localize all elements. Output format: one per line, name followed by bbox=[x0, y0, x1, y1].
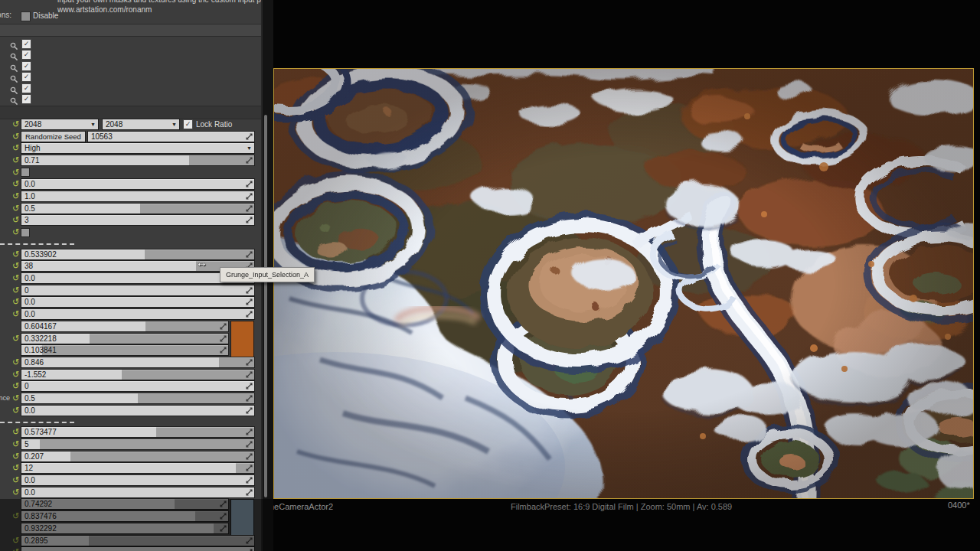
scrollbar-thumb[interactable] bbox=[264, 115, 267, 497]
parameter-slider[interactable]: 0.0 bbox=[21, 308, 255, 320]
disable-checkbox[interactable] bbox=[21, 11, 31, 21]
magnifier-icon-wrap[interactable] bbox=[10, 73, 18, 81]
magnifier-icon[interactable] bbox=[10, 64, 18, 73]
quality-dropdown[interactable]: High▼ bbox=[21, 142, 255, 154]
revert-icon[interactable]: ↺ bbox=[11, 168, 21, 178]
expand-icon[interactable] bbox=[220, 335, 227, 342]
revert-icon[interactable]: ↺ bbox=[11, 297, 21, 307]
parameter-slider[interactable]: 0.0 bbox=[21, 296, 255, 308]
expand-icon[interactable] bbox=[246, 311, 253, 318]
input-visible-checkbox[interactable]: ✓ bbox=[21, 39, 31, 49]
expand-icon[interactable] bbox=[246, 157, 253, 164]
randomize-seed-button[interactable]: Randomize Seed bbox=[21, 131, 86, 142]
parameter-slider[interactable]: 0.573477 bbox=[21, 426, 255, 438]
revert-icon[interactable]: ↺ bbox=[11, 215, 21, 225]
parameter-slider[interactable]: 0.2895 bbox=[21, 535, 255, 546]
revert-icon[interactable]: ↺ bbox=[11, 487, 21, 497]
parameter-slider[interactable] bbox=[21, 546, 255, 551]
expand-icon[interactable] bbox=[220, 525, 227, 532]
revert-icon[interactable]: ↺ bbox=[11, 547, 21, 551]
expand-icon[interactable] bbox=[246, 395, 253, 402]
expand-icon[interactable] bbox=[246, 287, 253, 294]
expand-icon[interactable] bbox=[246, 477, 253, 484]
expand-icon[interactable] bbox=[246, 205, 253, 212]
input-visible-checkbox[interactable]: ✓ bbox=[21, 94, 31, 104]
lock-ratio-checkbox[interactable]: ✓ bbox=[183, 119, 193, 129]
viewport-render[interactable] bbox=[274, 69, 973, 498]
parameter-slider[interactable]: 0.5 bbox=[21, 393, 255, 404]
magnifier-icon-wrap[interactable] bbox=[10, 84, 18, 93]
revert-icon[interactable]: ↺ bbox=[11, 427, 21, 437]
seed-value-field[interactable]: 10563 bbox=[87, 131, 255, 142]
revert-icon[interactable]: ↺ bbox=[11, 119, 21, 129]
input-visible-checkbox[interactable]: ✓ bbox=[21, 72, 31, 82]
parameter-slider[interactable]: 0.71 bbox=[21, 155, 255, 166]
magnifier-icon-wrap[interactable] bbox=[10, 51, 18, 59]
expand-icon[interactable] bbox=[220, 347, 227, 354]
parameter-slider[interactable]: 0.5 bbox=[21, 203, 255, 214]
magnifier-icon-wrap[interactable] bbox=[10, 40, 18, 48]
magnifier-icon-wrap[interactable] bbox=[10, 62, 18, 70]
revert-icon[interactable]: ↺ bbox=[11, 143, 21, 153]
parameter-slider[interactable]: -1.552 bbox=[21, 369, 255, 380]
magnifier-icon[interactable] bbox=[10, 86, 18, 95]
input-visible-checkbox[interactable]: ✓ bbox=[21, 83, 31, 93]
parameter-checkbox[interactable] bbox=[21, 228, 30, 237]
revert-icon[interactable]: ↺ bbox=[11, 381, 21, 391]
category-header-band[interactable] bbox=[0, 24, 261, 37]
magnifier-icon[interactable] bbox=[10, 97, 18, 106]
revert-icon[interactable]: ↺ bbox=[11, 132, 21, 142]
expand-icon[interactable] bbox=[246, 251, 253, 258]
expand-icon[interactable] bbox=[246, 371, 253, 378]
expand-icon[interactable] bbox=[246, 133, 253, 140]
revert-icon[interactable]: ↺ bbox=[11, 393, 21, 403]
magnifier-icon[interactable] bbox=[10, 75, 18, 83]
expand-icon[interactable] bbox=[246, 429, 253, 435]
color-component-slider[interactable]: 0.103841 bbox=[21, 344, 229, 356]
size-dropdown[interactable]: 2048▼ bbox=[102, 119, 180, 130]
magnifier-icon[interactable] bbox=[10, 42, 18, 51]
parameter-slider[interactable]: 0.0 bbox=[21, 178, 255, 190]
revert-icon[interactable]: ↺ bbox=[11, 261, 21, 271]
parameter-slider[interactable]: 5 bbox=[21, 439, 255, 450]
expand-icon[interactable] bbox=[246, 359, 253, 366]
parameter-slider[interactable]: 0 bbox=[21, 285, 255, 296]
expand-icon[interactable] bbox=[246, 193, 253, 200]
revert-icon[interactable]: ↺ bbox=[11, 155, 21, 165]
parameter-slider[interactable]: 0.0 bbox=[21, 474, 255, 486]
expand-icon[interactable] bbox=[246, 465, 253, 471]
expand-icon[interactable] bbox=[220, 323, 227, 330]
expand-icon[interactable] bbox=[246, 537, 253, 544]
revert-icon[interactable]: ↺ bbox=[11, 370, 21, 380]
revert-icon[interactable]: ↺ bbox=[11, 191, 21, 201]
expand-icon[interactable] bbox=[220, 500, 227, 507]
parameter-slider[interactable]: 0.0 bbox=[21, 405, 255, 416]
revert-icon[interactable]: ↺ bbox=[11, 452, 21, 461]
color-component-slider[interactable]: 0.932292 bbox=[21, 523, 229, 534]
revert-icon[interactable]: ↺ bbox=[11, 536, 21, 546]
color-component-slider[interactable]: 0.332218 bbox=[21, 333, 229, 344]
expand-icon[interactable] bbox=[246, 453, 253, 460]
revert-icon[interactable]: ↺ bbox=[11, 334, 21, 344]
color-component-slider[interactable]: 0.837476 bbox=[21, 510, 229, 522]
expand-icon[interactable] bbox=[246, 407, 253, 414]
expand-icon[interactable] bbox=[246, 181, 253, 187]
revert-icon[interactable]: ↺ bbox=[11, 439, 21, 449]
revert-icon[interactable]: ↺ bbox=[11, 463, 21, 473]
parameter-slider[interactable]: 0 bbox=[21, 380, 255, 392]
revert-icon[interactable]: ↺ bbox=[11, 406, 21, 416]
expand-icon[interactable] bbox=[246, 298, 253, 305]
expand-icon[interactable] bbox=[246, 441, 253, 448]
expand-icon[interactable] bbox=[246, 489, 253, 496]
parameter-slider[interactable]: 0.533902 bbox=[21, 249, 255, 260]
expand-icon[interactable] bbox=[246, 217, 253, 223]
revert-icon[interactable]: ↺ bbox=[11, 309, 21, 319]
revert-icon[interactable]: ↺ bbox=[11, 285, 21, 295]
revert-icon[interactable]: ↺ bbox=[11, 249, 21, 259]
color-component-slider[interactable]: 0.74292 bbox=[21, 498, 229, 510]
color-swatch[interactable] bbox=[230, 499, 254, 536]
parameter-slider[interactable]: 0.0 bbox=[21, 487, 255, 498]
magnifier-icon[interactable] bbox=[10, 53, 18, 61]
revert-icon[interactable]: ↺ bbox=[11, 273, 21, 283]
size-dropdown[interactable]: 2048▼ bbox=[21, 119, 99, 130]
